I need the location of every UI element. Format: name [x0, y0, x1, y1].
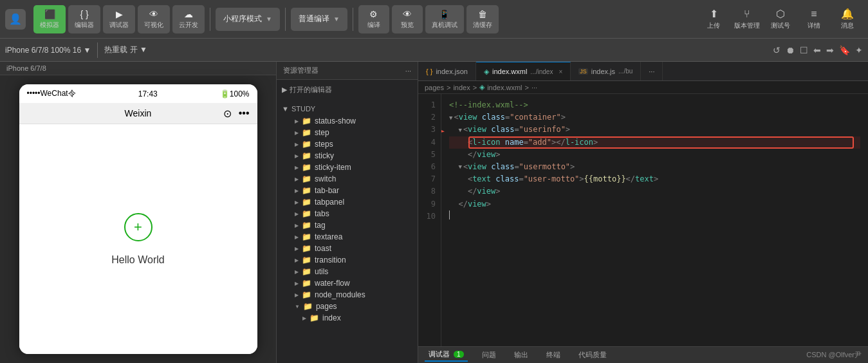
detail-icon: ≡ — [811, 8, 817, 20]
editor-btn[interactable]: { } 编辑器 — [68, 5, 100, 33]
folder-icon: 📁 — [302, 186, 311, 195]
clear-cache-btn[interactable]: 🗑 清缓存 — [466, 5, 499, 33]
test-number-btn[interactable]: ⬡ 测试号 — [765, 5, 796, 33]
folder-transition[interactable]: ▶ 📁 transition — [277, 254, 418, 266]
folder-status-show[interactable]: ▶ 📁 status-show — [277, 115, 418, 127]
folder-icon-green: 📁 — [302, 267, 311, 276]
star-btn[interactable]: ✦ — [855, 45, 863, 55]
folder-switch[interactable]: ▶ 📁 switch — [277, 173, 418, 185]
folder-step[interactable]: ▶ 📁 step — [277, 127, 418, 138]
code-editor[interactable]: <!--index.wxml--> ▼ <view class="contain… — [441, 94, 868, 346]
notification-btn[interactable]: 🔔 消息 — [832, 5, 863, 33]
chevron-icon: ▶ — [295, 211, 299, 217]
more-icon: ••• — [239, 107, 250, 119]
tab-output[interactable]: 输出 — [510, 349, 532, 361]
detail-btn[interactable]: ≡ 详情 — [799, 5, 829, 33]
study-section: ▼ STUDY ▶ 📁 status-show ▶ 📁 step ▶ 📁 ste… — [277, 100, 418, 326]
fold-icon2[interactable]: ▼ — [458, 126, 461, 135]
visible-icon: 👁 — [149, 9, 158, 19]
folder-tag[interactable]: ▶ 📁 tag — [277, 219, 418, 231]
close-tab-icon[interactable]: × — [559, 68, 562, 75]
miniprogram-mode-dropdown[interactable]: 小程序模式 ▼ — [216, 8, 280, 31]
cloud-btn[interactable]: ☁ 云开发 — [172, 5, 205, 33]
nav-back-btn[interactable]: ⬅ — [813, 45, 821, 55]
tab-index-json[interactable]: { } index.json — [418, 62, 476, 80]
folder-pages[interactable]: ▼ 📁 pages — [277, 301, 418, 312]
nav-fwd-btn[interactable]: ➡ — [826, 45, 834, 55]
folder-icon: 📁 — [302, 174, 311, 183]
tab-issues[interactable]: 问题 — [478, 349, 500, 361]
tab-terminal[interactable]: 终端 — [542, 349, 564, 361]
toolbar2-icons: ↺ ⏺ ☐ ⬅ ➡ 🔖 ✦ — [773, 45, 863, 55]
folder-sticky[interactable]: ▶ 📁 sticky — [277, 150, 418, 162]
wxml-icon: ◈ — [484, 68, 489, 76]
folder-icon: 📁 — [302, 221, 311, 230]
bookmark-btn[interactable]: 🔖 — [839, 45, 850, 55]
chevron-icon: ▶ — [295, 153, 299, 159]
editor-icon: { } — [80, 9, 88, 19]
toolbar-right: ⬆ 上传 ⑂ 版本管理 ⬡ 测试号 ≡ 详情 🔔 消息 — [698, 5, 863, 33]
folder-water-flow[interactable]: ▶ 📁 water-flow — [277, 277, 418, 289]
code-line-6: ▼ <view class="usermotto"> — [449, 161, 860, 173]
clear-icon: 🗑 — [478, 9, 487, 19]
plus-circle[interactable]: + — [124, 213, 152, 241]
folder-index[interactable]: ▶ 📁 index — [277, 312, 418, 324]
tab-debugger[interactable]: 调试器 1 — [425, 348, 468, 362]
fold-icon3[interactable]: ▼ — [458, 162, 461, 171]
separator — [210, 8, 210, 31]
editor-breadcrumb: pages > index > ◈ index.wxml > ··· — [418, 81, 868, 94]
bottom-bar: 调试器 1 问题 输出 终端 代码质量 CSDN @Olfver尹 — [418, 346, 868, 363]
upload-icon: ⬆ — [710, 8, 718, 20]
record-btn[interactable]: ⏺ — [786, 45, 795, 55]
debugger-btn[interactable]: ▶ 调试器 — [103, 5, 135, 33]
folder-sticky-item[interactable]: ▶ 📁 sticky-item — [277, 162, 418, 173]
folder-icon: 📁 — [302, 209, 311, 218]
folder-tabs[interactable]: ▶ 📁 tabs — [277, 208, 418, 219]
folder-icon: 📁 — [302, 279, 311, 288]
tab-code-quality[interactable]: 代码质量 — [575, 349, 611, 361]
tab-more[interactable]: ··· — [641, 62, 663, 80]
phone-body: + Hello World — [19, 124, 257, 354]
phone-model-dropdown[interactable]: iPhone 6/7/8 100% 16 ▼ — [5, 46, 91, 55]
real-debug-btn[interactable]: 📱 真机调试 — [425, 5, 464, 33]
version-btn[interactable]: ⑂ 版本管理 — [732, 5, 762, 33]
open-editors-header[interactable]: ▶ 打开的编辑器 — [277, 82, 418, 97]
bell-icon: 🔔 — [841, 8, 854, 20]
test-icon: ⬡ — [776, 8, 785, 20]
chevron-right-icon: ▶ — [282, 86, 287, 94]
chevron-down-icon: ▼ — [266, 15, 272, 23]
folder-icon: 📁 — [302, 163, 311, 172]
window-btn[interactable]: ☐ — [800, 45, 808, 55]
folder-icon: 📁 — [302, 128, 311, 137]
folder-utils[interactable]: ▶ 📁 utils — [277, 266, 418, 277]
folder-tabpanel[interactable]: ▶ 📁 tabpanel — [277, 196, 418, 208]
simulator-btn[interactable]: ⬛ 模拟器 — [33, 5, 66, 33]
folder-icon: 📁 — [302, 256, 311, 265]
folder-tab-bar[interactable]: ▶ 📁 tab-bar — [277, 185, 418, 196]
tab-index-js[interactable]: JS index.js .../bu — [571, 62, 641, 80]
compile-btn[interactable]: ⚙ ⚙ 编译 — [358, 5, 389, 33]
study-header[interactable]: ▼ STUDY — [277, 102, 418, 115]
folder-textarea[interactable]: ▶ 📁 textarea — [277, 231, 418, 243]
ellipsis-icon[interactable]: ··· — [405, 67, 411, 75]
hot-reload-dropdown[interactable]: 热重载 开 ▼ — [104, 44, 147, 55]
chevron-icon: ▶ — [295, 281, 299, 286]
csdn-label: CSDN @Olfver尹 — [806, 350, 862, 360]
folder-toast[interactable]: ▶ 📁 toast — [277, 243, 418, 254]
js-icon: JS — [578, 68, 588, 75]
upload-btn[interactable]: ⬆ 上传 — [698, 5, 729, 33]
compile-mode-dropdown[interactable]: 普通编译 ▼ — [291, 8, 347, 31]
separator2 — [285, 8, 286, 31]
preview-btn[interactable]: 👁 预览 — [392, 5, 423, 33]
fold-icon[interactable]: ▼ — [449, 113, 452, 122]
folder-node-modules[interactable]: ▶ 📁 node_modules — [277, 289, 418, 301]
hello-text: Hello World — [111, 254, 164, 266]
record-icon: ⊙ — [223, 107, 232, 120]
folder-steps[interactable]: ▶ 📁 steps — [277, 138, 418, 150]
refresh-btn[interactable]: ↺ — [773, 45, 780, 55]
visible-btn[interactable]: 👁 可视化 — [138, 5, 170, 33]
folder-icon: 📁 — [302, 244, 311, 253]
code-line-4: <l-icon name="add"></l-icon> — [449, 136, 860, 149]
tab-index-wxml[interactable]: ◈ index.wxml .../index × — [476, 62, 571, 80]
phone-panel: iPhone 6/7/8 •••••WeChat令 17:43 🔋100% We… — [0, 62, 277, 363]
